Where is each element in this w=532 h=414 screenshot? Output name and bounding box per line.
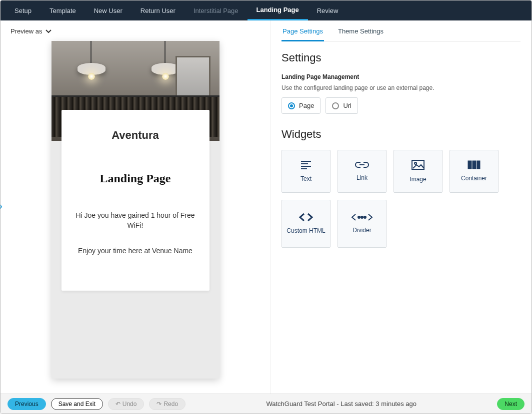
widget-link[interactable]: Link bbox=[338, 150, 386, 193]
redo-button[interactable]: ↷Redo bbox=[149, 398, 186, 410]
svg-point-6 bbox=[414, 162, 416, 164]
tab-review[interactable]: Review bbox=[308, 0, 348, 20]
settings-heading: Settings bbox=[282, 51, 520, 64]
svg-rect-8 bbox=[472, 161, 476, 169]
tab-setup[interactable]: Setup bbox=[6, 0, 40, 20]
radio-url-label: Url bbox=[343, 102, 352, 109]
save-status: WatchGuard Test Portal - Last saved: 3 m… bbox=[190, 400, 492, 408]
preview-brand-title: Aventura bbox=[70, 129, 200, 142]
landing-source-radio-group: Page Url bbox=[282, 97, 520, 114]
widget-image[interactable]: Image bbox=[394, 150, 442, 193]
tab-new-user[interactable]: New User bbox=[85, 0, 132, 20]
previous-button[interactable]: Previous bbox=[8, 398, 46, 410]
next-button[interactable]: Next bbox=[497, 398, 524, 410]
top-nav: Setup Template New User Return User Inte… bbox=[0, 0, 532, 20]
tab-theme-settings[interactable]: Theme Settings bbox=[337, 27, 384, 41]
redo-icon: ↷ bbox=[156, 401, 162, 408]
widget-divider[interactable]: Divider bbox=[338, 200, 386, 248]
svg-point-11 bbox=[361, 216, 363, 218]
radio-dot-icon bbox=[288, 102, 295, 109]
footer-bar: Previous Save and Exit ↶Undo ↷Redo Watch… bbox=[0, 394, 532, 414]
widget-container[interactable]: Container bbox=[450, 150, 498, 193]
undo-icon: ↶ bbox=[116, 401, 120, 408]
radio-page-label: Page bbox=[299, 102, 314, 109]
tab-template[interactable]: Template bbox=[40, 0, 85, 20]
radio-url[interactable]: Url bbox=[326, 97, 358, 114]
image-icon bbox=[411, 159, 425, 172]
preview-headline: Landing Page bbox=[70, 172, 200, 185]
widget-custom-html[interactable]: Custom HTML bbox=[282, 200, 330, 248]
text-icon bbox=[300, 160, 312, 171]
save-and-exit-button[interactable]: Save and Exit bbox=[51, 398, 103, 410]
chevron-down-icon bbox=[46, 27, 52, 35]
tab-interstitial-page[interactable]: Interstitial Page bbox=[184, 0, 248, 20]
widget-label: Container bbox=[461, 175, 487, 182]
svg-rect-9 bbox=[477, 161, 480, 169]
container-icon bbox=[468, 160, 480, 171]
widget-grid: Text Link bbox=[282, 150, 520, 248]
preview-pane: Preview as Aventura Land bbox=[0, 20, 270, 395]
settings-hint: Use the configured landing page or use a… bbox=[282, 84, 520, 91]
undo-label: Undo bbox=[122, 401, 137, 408]
radio-page[interactable]: Page bbox=[282, 97, 320, 114]
preview-as-dropdown[interactable]: Preview as bbox=[10, 27, 260, 35]
redo-label: Redo bbox=[164, 401, 178, 408]
widget-label: Custom HTML bbox=[286, 227, 325, 234]
settings-tabs: Page Settings Theme Settings bbox=[282, 27, 520, 41]
svg-point-10 bbox=[358, 216, 360, 218]
expand-handle-icon[interactable] bbox=[0, 203, 2, 213]
preview-as-label: Preview as bbox=[10, 27, 42, 35]
widget-label: Divider bbox=[352, 227, 371, 234]
widget-label: Image bbox=[410, 176, 426, 183]
widgets-heading: Widgets bbox=[282, 128, 520, 141]
settings-subhead: Landing Page Management bbox=[282, 73, 520, 80]
link-icon bbox=[355, 161, 369, 170]
tab-return-user[interactable]: Return User bbox=[132, 0, 184, 20]
preview-content-card: Aventura Landing Page Hi Joe you have ga… bbox=[62, 110, 210, 291]
preview-line-2: Enjoy your time here at Venue Name bbox=[70, 246, 200, 256]
preview-line-1: Hi Joe you have gained 1 hour of Free Wi… bbox=[70, 210, 200, 231]
widget-label: Link bbox=[356, 174, 368, 181]
main-area: Preview as Aventura Land bbox=[0, 20, 532, 395]
preview-device: Aventura Landing Page Hi Joe you have ga… bbox=[52, 41, 220, 379]
code-icon bbox=[298, 213, 314, 223]
radio-dot-icon bbox=[332, 102, 339, 109]
divider-icon bbox=[351, 213, 373, 223]
widget-text[interactable]: Text bbox=[282, 150, 330, 193]
tab-landing-page[interactable]: Landing Page bbox=[248, 0, 308, 20]
tab-page-settings[interactable]: Page Settings bbox=[282, 27, 324, 41]
undo-button[interactable]: ↶Undo bbox=[108, 398, 144, 410]
svg-point-12 bbox=[364, 216, 366, 218]
settings-pane: Page Settings Theme Settings Settings La… bbox=[270, 20, 532, 395]
widget-label: Text bbox=[300, 175, 312, 182]
svg-rect-7 bbox=[468, 161, 472, 169]
